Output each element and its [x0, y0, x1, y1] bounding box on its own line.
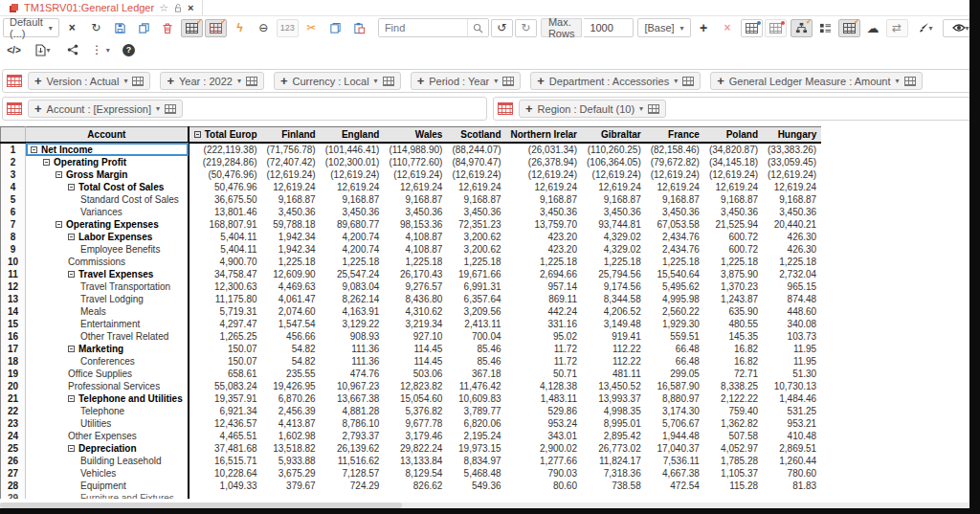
dimension-chip-3[interactable]: +Period : Year▾ [411, 72, 522, 90]
account-cell[interactable]: Telephone [26, 405, 189, 417]
value-cell[interactable]: (12,619.24) [506, 168, 582, 181]
recalculate-button[interactable]: ϟ [229, 19, 251, 37]
value-cell[interactable]: 9,168.87 [447, 193, 505, 206]
value-cell[interactable]: 4,052.97 [704, 442, 763, 455]
value-cell[interactable] [506, 492, 582, 500]
grid-insert-button[interactable] [741, 19, 763, 37]
value-cell[interactable]: 8,834.97 [447, 455, 505, 467]
subset-grid-icon[interactable] [648, 104, 659, 114]
account-cell[interactable]: Other Expenses [26, 430, 189, 442]
value-cell[interactable]: 12,619.24 [262, 181, 321, 193]
value-cell[interactable]: (84,970.47) [447, 156, 505, 168]
account-cell[interactable]: Meals [26, 305, 189, 318]
value-cell[interactable]: (88,244.07) [447, 143, 505, 156]
number-format-button[interactable]: 123 [277, 19, 299, 37]
value-cell[interactable]: 93,744.81 [582, 218, 646, 231]
value-cell[interactable]: 111.36 [321, 355, 385, 368]
value-cell[interactable]: 26,170.43 [384, 268, 447, 280]
collapse-icon[interactable] [31, 146, 37, 153]
cloud-button[interactable]: ☁ [862, 19, 884, 37]
value-cell[interactable]: 6,991.31 [447, 280, 505, 293]
chevron-down-icon[interactable]: ▾ [896, 77, 900, 85]
value-cell[interactable]: 9,168.87 [582, 193, 646, 206]
value-cell[interactable]: 4,667.38 [646, 467, 704, 480]
value-cell[interactable]: 2,456.39 [262, 405, 321, 417]
value-cell[interactable]: 16.82 [704, 355, 763, 368]
value-cell[interactable]: 9,083.04 [321, 280, 385, 293]
row-number[interactable]: 22 [1, 405, 26, 417]
row-number[interactable]: 18 [1, 355, 26, 368]
column-header[interactable]: Finland [262, 127, 321, 143]
value-cell[interactable]: 1,225.18 [646, 256, 704, 268]
value-cell[interactable]: 9,168.87 [506, 193, 582, 206]
account-cell[interactable]: Marketing [26, 343, 189, 355]
value-cell[interactable]: (26,031.34) [506, 143, 582, 156]
value-cell[interactable]: 4,465.51 [189, 430, 262, 442]
collapse-icon[interactable] [68, 234, 75, 240]
value-cell[interactable]: 531.25 [763, 405, 821, 417]
list-view-button[interactable] [814, 19, 836, 37]
value-cell[interactable]: 80.60 [506, 480, 582, 492]
subset-grid-icon[interactable] [682, 77, 694, 86]
copy-button[interactable] [133, 19, 155, 37]
row-number[interactable]: 23 [1, 417, 26, 430]
add-dimension-icon[interactable]: + [717, 75, 724, 87]
row-number[interactable]: 24 [1, 430, 26, 442]
value-cell[interactable]: 15,054.60 [384, 392, 447, 405]
dimension-chip-0[interactable]: +Version : Actual▾ [28, 72, 150, 90]
collapse-icon[interactable] [68, 445, 75, 452]
value-cell[interactable]: 16.82 [704, 343, 763, 355]
value-cell[interactable]: (110,772.60) [384, 156, 447, 168]
dimension-chip-2[interactable]: +Currency : Local▾ [274, 72, 401, 90]
dimension-chip-5[interactable]: +General Ledger Measure : Amount▾ [710, 72, 922, 90]
value-cell[interactable]: 1,225.18 [506, 256, 582, 268]
value-cell[interactable]: 908.93 [321, 330, 385, 343]
value-cell[interactable]: 51.30 [763, 368, 821, 380]
value-cell[interactable]: 472.54 [646, 480, 704, 492]
row-number[interactable]: 12 [1, 280, 26, 293]
value-cell[interactable]: (50,476.96) [189, 168, 262, 181]
value-cell[interactable]: 953.21 [763, 417, 821, 430]
value-cell[interactable]: 3,875.90 [704, 268, 763, 280]
add-dimension-icon[interactable]: + [417, 75, 425, 87]
value-cell[interactable]: 456.66 [262, 330, 321, 343]
value-cell[interactable]: 12,619.24 [506, 181, 582, 193]
row-number[interactable]: 10 [1, 256, 26, 268]
value-cell[interactable]: 1,942.34 [262, 243, 321, 256]
chevron-down-icon[interactable]: ▾ [237, 77, 241, 85]
value-cell[interactable]: 957.14 [506, 280, 582, 293]
dimension-chip-4[interactable]: +Department : Accessories▾ [530, 72, 701, 90]
chevron-down-icon[interactable]: ▾ [156, 104, 160, 113]
value-cell[interactable]: 559.51 [646, 330, 704, 343]
subset-grid-icon[interactable] [383, 77, 394, 86]
value-cell[interactable]: 3,450.36 [582, 206, 646, 218]
account-cell[interactable]: Depreciation [26, 442, 189, 455]
rows-axis-chip[interactable]: +Account : [Expression]▾ [28, 100, 183, 118]
value-cell[interactable]: 21,525.94 [704, 218, 763, 231]
account-cell[interactable]: Utilities [26, 417, 189, 430]
value-cell[interactable]: 12,609.90 [262, 268, 321, 280]
value-cell[interactable]: 1,602.98 [262, 430, 321, 442]
add-dimension-icon[interactable]: + [525, 102, 533, 115]
chevron-down-icon[interactable]: ▾ [123, 77, 127, 85]
subset-grid-icon[interactable] [165, 104, 176, 114]
value-cell[interactable]: 410.48 [763, 430, 821, 442]
reset-view-button[interactable]: × [61, 19, 83, 37]
value-cell[interactable]: 8,786.10 [321, 417, 385, 430]
column-header[interactable]: Wales [384, 127, 447, 143]
value-cell[interactable]: 50,476.96 [189, 181, 262, 193]
value-cell[interactable]: 26,139.62 [321, 442, 385, 455]
save-button[interactable] [109, 19, 131, 37]
value-cell[interactable]: 4,310.62 [384, 305, 447, 318]
value-cell[interactable]: 927.10 [384, 330, 447, 343]
value-cell[interactable]: 11,476.42 [447, 380, 505, 392]
value-cell[interactable]: 9,174.56 [582, 280, 646, 293]
value-cell[interactable]: 299.05 [646, 368, 704, 380]
value-cell[interactable]: 7,128.57 [321, 467, 385, 480]
row-number[interactable]: 20 [1, 380, 26, 392]
value-cell[interactable]: 7,318.36 [582, 467, 646, 480]
value-cell[interactable]: (79,672.82) [646, 156, 704, 168]
remove-button[interactable]: × [717, 19, 739, 37]
find-input[interactable] [379, 19, 467, 36]
rows-axis-icon[interactable] [7, 102, 22, 115]
